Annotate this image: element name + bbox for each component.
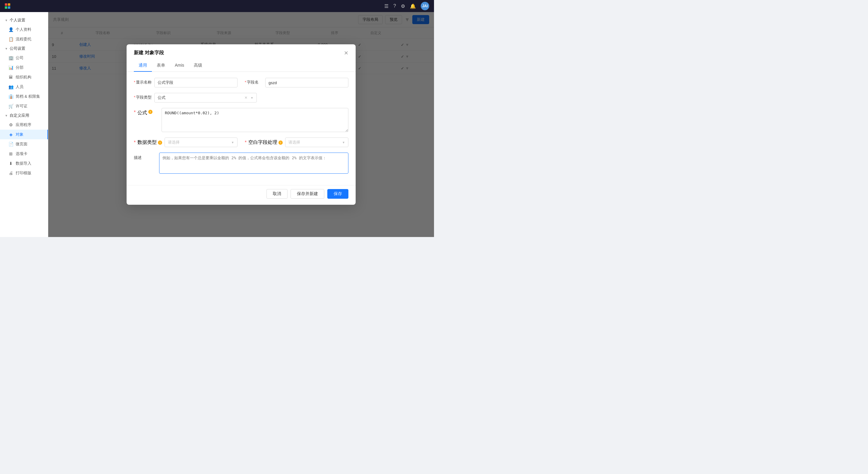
branch-icon: 📊	[8, 65, 13, 70]
cancel-button[interactable]: 取消	[267, 189, 287, 199]
profiles-icon: 👔	[8, 94, 13, 99]
sidebar-item-import-label: 数据导入	[16, 161, 31, 166]
sidebar-item-micropage-label: 微页面	[16, 141, 27, 147]
sidebar-item-profiles[interactable]: 👔 简档 & 权限集	[0, 92, 48, 101]
sidebar-item-license-label: 许可证	[16, 103, 27, 109]
empty-field-placeholder: 请选择	[288, 140, 300, 145]
people-icon: 👥	[8, 84, 13, 89]
sidebar-item-company-label: 公司	[16, 55, 24, 61]
save-button[interactable]: 保存	[327, 189, 348, 199]
sidebar-item-branch[interactable]: 📊 分部	[0, 63, 48, 72]
desc-label: 描述	[134, 153, 152, 160]
clear-icon[interactable]: ✕	[244, 96, 247, 100]
sidebar-section-company[interactable]: ▼ 公司设置	[0, 44, 48, 53]
sidebar-item-people-label: 人员	[16, 84, 24, 90]
formula-info-icon[interactable]: !	[148, 110, 153, 114]
data-type-label: 数据类型	[137, 139, 157, 146]
field-name-input[interactable]	[265, 78, 348, 87]
data-type-field: * 数据类型 ! 请选择 ▼	[134, 138, 238, 147]
empty-field-select[interactable]: 请选择 ▼	[285, 138, 348, 147]
field-type-value: 公式	[158, 95, 165, 100]
import-icon: ⬇	[8, 161, 13, 166]
save-new-button[interactable]: 保存并新建	[290, 189, 324, 199]
sidebar-item-objects[interactable]: ◈ 对象	[0, 130, 48, 139]
sidebar-item-print-label: 打印模版	[16, 170, 31, 176]
settings-icon[interactable]: ⚙	[401, 3, 405, 9]
desc-input[interactable]	[159, 153, 348, 174]
sidebar-item-people[interactable]: 👥 人员	[0, 82, 48, 92]
company-icon: 🏢	[8, 56, 13, 60]
display-name-label: *显示名称	[134, 78, 152, 85]
header-right: ☰ ? ⚙ 🔔 JAi	[384, 2, 429, 10]
data-type-placeholder: 请选择	[168, 140, 180, 145]
field-name-label: *字段名	[245, 78, 263, 85]
section-arrow: ▼	[5, 19, 8, 22]
dropdown-arrow: ▼	[250, 96, 253, 99]
sidebar-item-print[interactable]: 🖨 打印模版	[0, 168, 48, 178]
main-layout: ▼ 个人设置 👤 个人资料 📋 流程委托 ▼ 公司设置 🏢 公司 📊 分部 🏛 …	[0, 12, 434, 237]
dropdown-arrow-datatype: ▼	[231, 141, 234, 144]
sidebar: ▼ 个人设置 👤 个人资料 📋 流程委托 ▼ 公司设置 🏢 公司 📊 分部 🏛 …	[0, 12, 48, 237]
apps-icon: ⚙	[8, 122, 13, 127]
sidebar-item-apps[interactable]: ⚙ 应用程序	[0, 120, 48, 130]
objects-icon: ◈	[8, 132, 13, 137]
menu-icon[interactable]: ☰	[384, 3, 389, 9]
sidebar-item-profile[interactable]: 👤 个人资料	[0, 25, 48, 34]
profile-icon: 👤	[8, 27, 13, 32]
form-row-desc: 描述	[134, 153, 348, 174]
tabs-icon: ⊞	[8, 151, 13, 156]
workflow-icon: 📋	[8, 37, 13, 41]
content-area: 共享规则 字段布局 预览 ▼ 新建 # 字段名称 字段标识 字段来源 字段类型	[48, 12, 434, 237]
header-left	[5, 3, 10, 9]
sidebar-section-custom[interactable]: ▼ 自定义应用	[0, 111, 48, 120]
modal-body: *显示名称 *字段名 *字段类型	[127, 72, 355, 185]
sidebar-item-workflow-label: 流程委托	[16, 36, 31, 42]
sidebar-item-tabs[interactable]: ⊞ 选项卡	[0, 149, 48, 158]
bell-icon[interactable]: 🔔	[410, 3, 416, 9]
data-type-info-icon[interactable]: !	[158, 141, 162, 145]
new-field-modal: 新建 对象字段 ✕ 通用 表单 Amis 高级 *显示名称	[127, 44, 355, 205]
help-icon[interactable]: ?	[393, 3, 396, 9]
empty-field-info-icon[interactable]: !	[278, 141, 283, 145]
sidebar-item-import[interactable]: ⬇ 数据导入	[0, 158, 48, 168]
tab-advanced[interactable]: 高级	[189, 60, 207, 72]
display-name-input[interactable]	[154, 78, 238, 87]
section-personal-label: 个人设置	[10, 18, 25, 23]
tab-form[interactable]: 表单	[152, 60, 170, 72]
sidebar-item-apps-label: 应用程序	[16, 122, 31, 127]
modal-close-button[interactable]: ✕	[344, 50, 348, 56]
license-icon: 🛒	[8, 104, 13, 109]
field-name-field: *字段名	[245, 78, 348, 87]
modal-header: 新建 对象字段 ✕	[127, 44, 355, 56]
formula-input[interactable]: ROUND((amount*0.02), 2)	[161, 108, 348, 132]
sidebar-item-company[interactable]: 🏢 公司	[0, 53, 48, 63]
field-type-field: *字段类型 公式 ✕ ▼	[134, 93, 257, 102]
form-row-type: *字段类型 公式 ✕ ▼	[134, 93, 348, 102]
section-arrow-company: ▼	[5, 47, 8, 50]
sidebar-item-workflow[interactable]: 📋 流程委托	[0, 34, 48, 44]
print-icon: 🖨	[8, 171, 13, 176]
empty-field-label: 空白字段处理	[248, 139, 277, 146]
sidebar-item-objects-label: 对象	[16, 132, 24, 137]
sidebar-section-personal[interactable]: ▼ 个人设置	[0, 16, 48, 25]
form-row-formula: * 公式 ! ROUND((amount*0.02), 2)	[134, 108, 348, 132]
sidebar-item-micropage[interactable]: 📄 微页面	[0, 139, 48, 149]
avatar[interactable]: JAi	[421, 2, 429, 10]
sidebar-item-org-label: 组织机构	[16, 75, 31, 80]
field-type-label: *字段类型	[134, 93, 152, 100]
sidebar-item-profiles-label: 简档 & 权限集	[16, 94, 40, 99]
formula-label: 公式	[137, 110, 147, 116]
sidebar-item-profile-label: 个人资料	[16, 27, 31, 32]
tab-amis[interactable]: Amis	[170, 60, 189, 72]
form-row-names: *显示名称 *字段名	[134, 78, 348, 87]
section-custom-label: 自定义应用	[10, 113, 29, 118]
field-type-select[interactable]: 公式 ✕ ▼	[154, 93, 257, 102]
sidebar-item-org[interactable]: 🏛 组织机构	[0, 72, 48, 82]
sidebar-item-license[interactable]: 🛒 许可证	[0, 101, 48, 111]
sidebar-item-tabs-label: 选项卡	[16, 151, 27, 156]
data-type-select[interactable]: 请选择 ▼	[164, 138, 238, 147]
tab-general[interactable]: 通用	[134, 60, 152, 72]
form-row-datatype: * 数据类型 ! 请选择 ▼ * 空白字段处理 !	[134, 138, 348, 147]
dropdown-arrow-empty: ▼	[342, 141, 345, 144]
sidebar-item-branch-label: 分部	[16, 65, 24, 70]
